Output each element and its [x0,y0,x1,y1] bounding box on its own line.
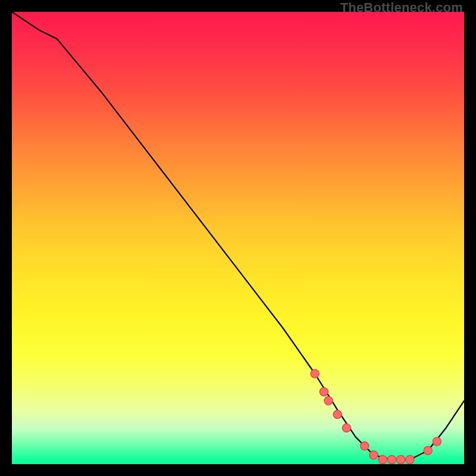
marker-dot [387,455,396,464]
marker-dot [433,437,441,446]
marker-dot [361,442,369,450]
marker-dot [369,451,378,459]
marker-dot [320,387,328,396]
marker-dot [311,369,319,378]
marker-dot [406,455,414,464]
marker-dot [333,410,342,418]
marker-dot [424,446,432,455]
marker-dot [342,424,350,432]
chart-frame: TheBottleneck.com [0,0,476,476]
curve-svg [12,12,464,464]
marker-dot [378,455,387,464]
marker-group [311,369,441,464]
marker-dot [324,397,333,405]
marker-dot [397,455,405,464]
bottleneck-curve [12,12,464,459]
plot-area [12,12,464,464]
